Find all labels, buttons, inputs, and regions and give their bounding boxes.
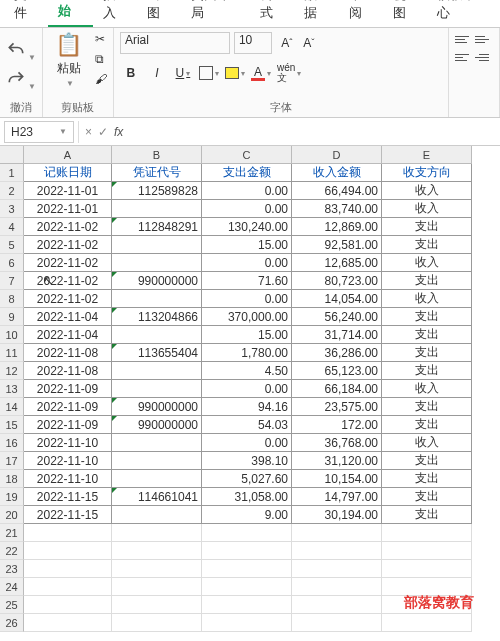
cell[interactable]: [112, 200, 202, 218]
menu-draw[interactable]: 绘图: [137, 0, 181, 27]
cell[interactable]: 收入: [382, 380, 472, 398]
cell[interactable]: [382, 542, 472, 560]
cell[interactable]: 66,494.00: [292, 182, 382, 200]
row-header[interactable]: 1: [0, 164, 24, 182]
cell[interactable]: 15.00: [202, 326, 292, 344]
cell[interactable]: 支出: [382, 218, 472, 236]
cell[interactable]: 9.00: [202, 506, 292, 524]
cell[interactable]: 112848291: [112, 218, 202, 236]
row-header[interactable]: 26: [0, 614, 24, 632]
row-header[interactable]: 20: [0, 506, 24, 524]
row-header[interactable]: 21: [0, 524, 24, 542]
cell[interactable]: 2022-11-08: [24, 344, 112, 362]
cell[interactable]: 14,054.00: [292, 290, 382, 308]
cell[interactable]: 2022-11-02: [24, 272, 112, 290]
fx-icon[interactable]: fx: [114, 125, 123, 139]
cell[interactable]: 4.50: [202, 362, 292, 380]
cell[interactable]: 71.60: [202, 272, 292, 290]
cell[interactable]: 0.00: [202, 182, 292, 200]
cell[interactable]: [112, 506, 202, 524]
cell[interactable]: [112, 560, 202, 578]
row-header[interactable]: 11: [0, 344, 24, 362]
cell[interactable]: 2022-11-02: [24, 236, 112, 254]
cell[interactable]: 2022-11-04: [24, 308, 112, 326]
underline-button[interactable]: U▾: [172, 62, 194, 84]
formula-input[interactable]: [129, 121, 500, 143]
cell[interactable]: 12,685.00: [292, 254, 382, 272]
row-header[interactable]: 18: [0, 470, 24, 488]
cancel-formula-button[interactable]: ×: [85, 125, 92, 139]
cell[interactable]: [202, 578, 292, 596]
menu-insert[interactable]: 插入: [93, 0, 137, 27]
copy-button[interactable]: ⧉: [95, 52, 107, 66]
cell[interactable]: 收入: [382, 434, 472, 452]
cell[interactable]: [202, 596, 292, 614]
format-painter-button[interactable]: 🖌: [95, 72, 107, 86]
col-header-E[interactable]: E: [382, 146, 472, 164]
cell[interactable]: [112, 596, 202, 614]
cell[interactable]: [292, 596, 382, 614]
phonetic-button[interactable]: wén文▾: [276, 62, 302, 84]
cell[interactable]: 80,723.00: [292, 272, 382, 290]
cell[interactable]: [24, 614, 112, 632]
cell[interactable]: 36,768.00: [292, 434, 382, 452]
fill-color-button[interactable]: ▾: [224, 62, 246, 84]
cell[interactable]: 112589828: [112, 182, 202, 200]
cell[interactable]: 2022-11-09: [24, 398, 112, 416]
align-top-button[interactable]: [455, 32, 473, 46]
menu-data[interactable]: 数据: [294, 0, 338, 27]
align-middle-button[interactable]: [475, 32, 493, 46]
cell[interactable]: 94.16: [202, 398, 292, 416]
align-center-button[interactable]: [475, 50, 493, 64]
cell[interactable]: 990000000: [112, 416, 202, 434]
font-color-button[interactable]: A▾: [250, 62, 272, 84]
cell[interactable]: [112, 362, 202, 380]
cell[interactable]: 83,740.00: [292, 200, 382, 218]
row-header[interactable]: 3: [0, 200, 24, 218]
align-left-button[interactable]: [455, 50, 473, 64]
cell[interactable]: 31,120.00: [292, 452, 382, 470]
cell[interactable]: 收入金额: [292, 164, 382, 182]
cell[interactable]: 0.00: [202, 200, 292, 218]
cell[interactable]: 收入: [382, 254, 472, 272]
cell[interactable]: 2022-11-08: [24, 362, 112, 380]
cell[interactable]: 支出: [382, 344, 472, 362]
cell[interactable]: 990000000: [112, 398, 202, 416]
font-size-select[interactable]: 10: [234, 32, 272, 54]
cell[interactable]: 0.00: [202, 254, 292, 272]
cell[interactable]: 31,058.00: [202, 488, 292, 506]
cell[interactable]: 10,154.00: [292, 470, 382, 488]
cell[interactable]: 支出: [382, 488, 472, 506]
cell[interactable]: 收支方向: [382, 164, 472, 182]
cell[interactable]: [112, 542, 202, 560]
cell[interactable]: 114661041: [112, 488, 202, 506]
bold-button[interactable]: B: [120, 62, 142, 84]
cell[interactable]: 收入: [382, 290, 472, 308]
cell[interactable]: [112, 236, 202, 254]
cell[interactable]: 31,714.00: [292, 326, 382, 344]
cell[interactable]: 2022-11-02: [24, 254, 112, 272]
cell[interactable]: 113655404: [112, 344, 202, 362]
cell[interactable]: [382, 614, 472, 632]
col-header-B[interactable]: B: [112, 146, 202, 164]
cell[interactable]: 30,194.00: [292, 506, 382, 524]
cell[interactable]: 130,240.00: [202, 218, 292, 236]
row-header[interactable]: 6: [0, 254, 24, 272]
menu-layout[interactable]: 页面布局: [181, 0, 250, 27]
row-header[interactable]: 2: [0, 182, 24, 200]
row-header[interactable]: 9: [0, 308, 24, 326]
cell[interactable]: 支出金额: [202, 164, 292, 182]
cell[interactable]: 5,027.60: [202, 470, 292, 488]
cell[interactable]: [112, 380, 202, 398]
cell[interactable]: [292, 560, 382, 578]
cell[interactable]: 收入: [382, 200, 472, 218]
cell[interactable]: [24, 596, 112, 614]
cell[interactable]: 支出: [382, 452, 472, 470]
cell[interactable]: 2022-11-02: [24, 290, 112, 308]
row-header[interactable]: 12: [0, 362, 24, 380]
row-header[interactable]: 25: [0, 596, 24, 614]
cell[interactable]: 23,575.00: [292, 398, 382, 416]
cell[interactable]: 支出: [382, 308, 472, 326]
cell[interactable]: 172.00: [292, 416, 382, 434]
menu-view[interactable]: 视图: [383, 0, 427, 27]
